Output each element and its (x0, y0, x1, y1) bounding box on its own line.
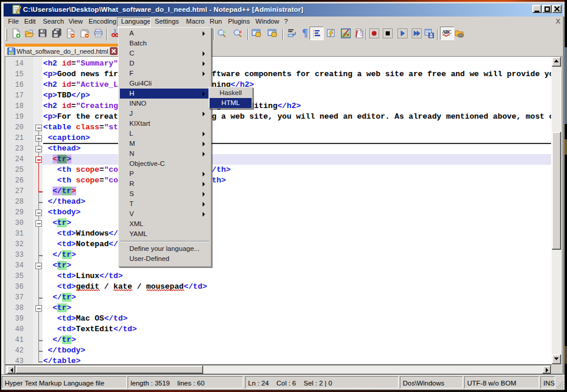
svg-text:{}: {} (360, 31, 363, 36)
svg-text:ABC: ABC (442, 30, 452, 35)
